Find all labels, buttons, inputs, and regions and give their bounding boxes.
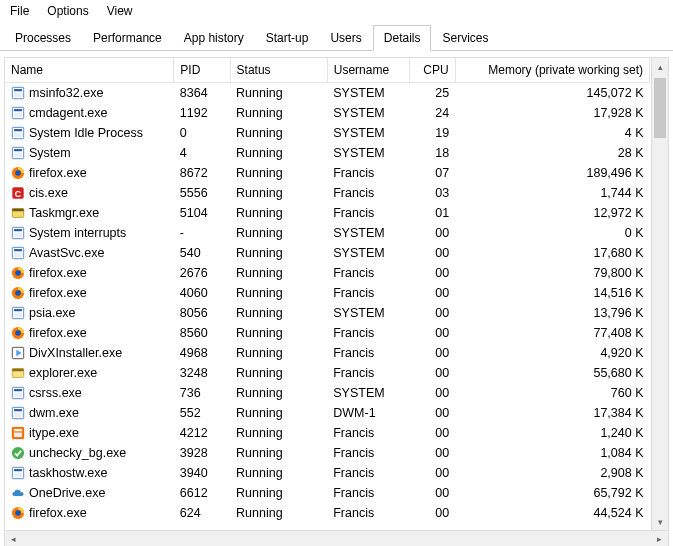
cell-name: unchecky_bg.exe [5, 443, 174, 463]
cell-pid: 3940 [174, 463, 230, 483]
cell-memory: 1,084 K [455, 443, 649, 463]
process-name: dwm.exe [29, 406, 79, 420]
table-row[interactable]: System interrupts-RunningSYSTEM000 K [5, 223, 650, 243]
table-row[interactable]: Ccis.exe5556RunningFrancis031,744 K [5, 183, 650, 203]
cell-cpu: 00 [409, 363, 455, 383]
svg-rect-11 [14, 152, 22, 156]
table-row[interactable]: psia.exe8056RunningSYSTEM0013,796 K [5, 303, 650, 323]
table-row[interactable]: cmdagent.exe1192RunningSYSTEM2417,928 K [5, 103, 650, 123]
process-name: psia.exe [29, 306, 76, 320]
col-header-name[interactable]: Name [5, 58, 174, 83]
table-row[interactable]: firefox.exe8560RunningFrancis0077,408 K [5, 323, 650, 343]
vertical-scrollbar[interactable]: ▴ ▾ [651, 58, 668, 530]
cell-user: Francis [327, 183, 409, 203]
menu-bar: File Options View [0, 0, 673, 24]
cell-user: SYSTEM [327, 103, 409, 123]
cell-user: SYSTEM [327, 223, 409, 243]
table-row[interactable]: OneDrive.exe6612RunningFrancis0065,792 K [5, 483, 650, 503]
table-row[interactable]: firefox.exe624RunningFrancis0044,524 K [5, 503, 650, 523]
cell-memory: 17,928 K [455, 103, 649, 123]
svg-rect-48 [14, 469, 22, 471]
horizontal-scrollbar[interactable]: ◂ ▸ [4, 531, 669, 546]
table-row[interactable]: dwm.exe552RunningDWM-10017,384 K [5, 403, 650, 423]
cell-user: Francis [327, 483, 409, 503]
process-name: System interrupts [29, 226, 126, 240]
cell-cpu: 07 [409, 163, 455, 183]
menu-view[interactable]: View [107, 4, 133, 18]
tab-start-up[interactable]: Start-up [255, 25, 320, 51]
process-name: System Idle Process [29, 126, 143, 140]
tab-performance[interactable]: Performance [82, 25, 173, 51]
cell-user: SYSTEM [327, 123, 409, 143]
cell-name: taskhostw.exe [5, 463, 174, 483]
scroll-up-icon[interactable]: ▴ [652, 58, 668, 75]
explorer-icon [11, 366, 29, 380]
process-name: cmdagent.exe [29, 106, 108, 120]
cell-user: Francis [327, 203, 409, 223]
table-row[interactable]: explorer.exe3248RunningFrancis0055,680 K [5, 363, 650, 383]
table-row[interactable]: taskhostw.exe3940RunningFrancis002,908 K [5, 463, 650, 483]
scroll-right-icon[interactable]: ▸ [651, 531, 668, 547]
cell-status: Running [230, 263, 327, 283]
cell-pid: - [174, 223, 230, 243]
cell-pid: 8560 [174, 323, 230, 343]
cell-user: Francis [327, 343, 409, 363]
svg-rect-5 [14, 112, 22, 116]
menu-file[interactable]: File [10, 4, 29, 18]
table-row[interactable]: System4RunningSYSTEM1828 K [5, 143, 650, 163]
svg-rect-2 [14, 92, 22, 96]
cell-cpu: 00 [409, 483, 455, 503]
cell-user: Francis [327, 263, 409, 283]
svg-rect-36 [12, 368, 23, 371]
cell-user: Francis [327, 443, 409, 463]
col-header-cpu[interactable]: CPU [409, 58, 455, 83]
unchecky-icon [11, 446, 29, 460]
col-header-username[interactable]: Username [327, 58, 409, 83]
svg-rect-17 [12, 208, 23, 211]
tab-processes[interactable]: Processes [4, 25, 82, 51]
col-header-pid[interactable]: PID [174, 58, 230, 83]
cell-name: explorer.exe [5, 363, 174, 383]
tab-details[interactable]: Details [373, 25, 432, 51]
cell-status: Running [230, 423, 327, 443]
sysblue-icon [11, 226, 29, 240]
cell-name: firefox.exe [5, 503, 174, 523]
cell-memory: 189,496 K [455, 163, 649, 183]
divx-icon [11, 346, 29, 360]
cell-memory: 55,680 K [455, 363, 649, 383]
table-row[interactable]: DivXInstaller.exe4968RunningFrancis004,9… [5, 343, 650, 363]
cell-pid: 1192 [174, 103, 230, 123]
cell-status: Running [230, 363, 327, 383]
tab-services[interactable]: Services [431, 25, 499, 51]
col-header-memory[interactable]: Memory (private working set) [455, 58, 649, 83]
tab-app-history[interactable]: App history [173, 25, 255, 51]
cell-memory: 14,516 K [455, 283, 649, 303]
svg-rect-45 [14, 432, 22, 436]
cell-cpu: 00 [409, 283, 455, 303]
table-row[interactable]: firefox.exe8672RunningFrancis07189,496 K [5, 163, 650, 183]
cell-cpu: 00 [409, 423, 455, 443]
table-row[interactable]: firefox.exe2676RunningFrancis0079,800 K [5, 263, 650, 283]
table-row[interactable]: AvastSvc.exe540RunningSYSTEM0017,680 K [5, 243, 650, 263]
process-name: csrss.exe [29, 386, 82, 400]
svg-rect-20 [14, 232, 22, 236]
table-row[interactable]: csrss.exe736RunningSYSTEM00760 K [5, 383, 650, 403]
cell-user: Francis [327, 423, 409, 443]
table-row[interactable]: itype.exe4212RunningFrancis001,240 K [5, 423, 650, 443]
table-row[interactable]: msinfo32.exe8364RunningSYSTEM25145,072 K [5, 83, 650, 103]
cell-memory: 0 K [455, 223, 649, 243]
col-header-status[interactable]: Status [230, 58, 327, 83]
cell-status: Running [230, 303, 327, 323]
menu-options[interactable]: Options [47, 4, 88, 18]
cell-cpu: 18 [409, 143, 455, 163]
scroll-down-icon[interactable]: ▾ [652, 513, 668, 530]
table-row[interactable]: firefox.exe4060RunningFrancis0014,516 K [5, 283, 650, 303]
table-row[interactable]: System Idle Process0RunningSYSTEM194 K [5, 123, 650, 143]
scroll-left-icon[interactable]: ◂ [5, 531, 22, 547]
scroll-thumb[interactable] [654, 78, 666, 138]
svg-rect-22 [14, 249, 22, 251]
tab-users[interactable]: Users [319, 25, 372, 51]
table-row[interactable]: Taskmgr.exe5104RunningFrancis0112,972 K [5, 203, 650, 223]
table-row[interactable]: unchecky_bg.exe3928RunningFrancis001,084… [5, 443, 650, 463]
cell-name: System Idle Process [5, 123, 174, 143]
